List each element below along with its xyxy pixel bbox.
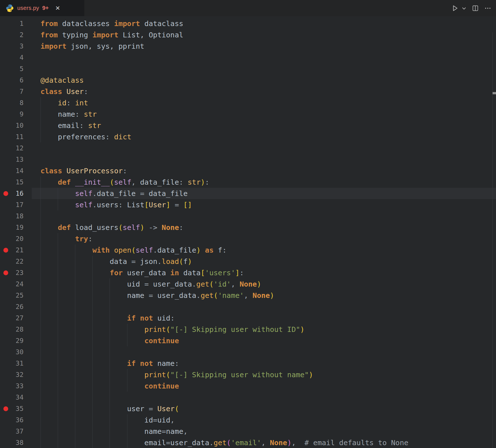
code-line[interactable]: with open(self.data_file) as f: xyxy=(40,244,496,256)
gutter[interactable]: 11 xyxy=(0,131,40,142)
code-line[interactable]: data = json.load(f) xyxy=(40,256,496,267)
code-line[interactable] xyxy=(40,63,496,74)
gutter[interactable]: 31 xyxy=(0,358,40,369)
tab-close-icon[interactable]: ✕ xyxy=(55,5,60,11)
gutter[interactable]: 35 xyxy=(0,403,40,414)
tab-users-py[interactable]: users.py 9+ ✕ xyxy=(0,0,84,16)
gutter[interactable]: 14 xyxy=(0,165,40,176)
gutter[interactable]: 9 xyxy=(0,108,40,120)
code-line[interactable] xyxy=(40,142,496,154)
gutter[interactable]: 27 xyxy=(0,312,40,324)
code-line[interactable]: from dataclasses import dataclass xyxy=(40,18,496,29)
token-op: : xyxy=(123,167,127,175)
gutter[interactable]: 3 xyxy=(0,40,40,52)
line-number: 26 xyxy=(16,301,23,312)
code-line[interactable]: class UserProcessor: xyxy=(40,165,496,176)
gutter[interactable]: 12 xyxy=(0,142,40,154)
code-line[interactable]: self.data_file = data_file xyxy=(40,188,496,199)
code-line[interactable]: uid = user_data.get('id', None) xyxy=(40,278,496,290)
code-line[interactable]: continue xyxy=(40,335,496,346)
gutter[interactable]: 18 xyxy=(0,210,40,222)
code-line[interactable]: self.users: List[User] = [] xyxy=(40,199,496,210)
breakpoint-dot[interactable] xyxy=(3,248,8,253)
code-line[interactable]: import json, sys, pprint xyxy=(40,40,496,52)
gutter[interactable]: 36 xyxy=(0,414,40,426)
code-line[interactable] xyxy=(40,52,496,63)
code-line[interactable] xyxy=(40,154,496,165)
gutter[interactable]: 13 xyxy=(0,154,40,165)
indent-guide xyxy=(127,437,127,448)
gutter[interactable]: 26 xyxy=(0,301,40,312)
breakpoint-dot[interactable] xyxy=(3,270,8,275)
scrollbar-overview-ruler[interactable] xyxy=(492,32,496,448)
gutter[interactable]: 22 xyxy=(0,256,40,267)
gutter[interactable]: 8 xyxy=(0,97,40,108)
line-number: 12 xyxy=(16,142,23,154)
code-line[interactable]: class User: xyxy=(40,86,496,97)
gutter[interactable]: 19 xyxy=(0,222,40,233)
code-line[interactable]: print("[-] Skipping user without name") xyxy=(40,369,496,380)
code-line[interactable]: preferences: dict xyxy=(40,131,496,142)
gutter[interactable]: 7 xyxy=(0,86,40,97)
gutter[interactable]: 29 xyxy=(0,335,40,346)
code-line[interactable]: continue xyxy=(40,380,496,392)
token-op: = xyxy=(153,416,157,424)
token-pln xyxy=(136,359,140,368)
gutter[interactable]: 1 xyxy=(0,18,40,29)
gutter[interactable]: 34 xyxy=(0,392,40,403)
gutter[interactable]: 21 xyxy=(0,244,40,256)
split-editor-button[interactable] xyxy=(472,5,479,12)
gutter[interactable]: 17 xyxy=(0,199,40,210)
code-line[interactable]: print("[-] Skipping user without ID") xyxy=(40,324,496,335)
gutter[interactable]: 6 xyxy=(0,74,40,86)
gutter[interactable]: 4 xyxy=(0,52,40,63)
run-dropdown-button[interactable] xyxy=(461,6,467,11)
gutter[interactable]: 2 xyxy=(0,29,40,40)
code-line[interactable]: id=uid, xyxy=(40,414,496,426)
gutter[interactable]: 38 xyxy=(0,437,40,448)
code-line[interactable]: email=user_data.get('email', None), # em… xyxy=(40,437,496,448)
breakpoint-dot[interactable] xyxy=(3,406,8,411)
code-line[interactable]: name: str xyxy=(40,108,496,120)
line-number: 14 xyxy=(16,165,23,176)
code-line[interactable]: def load_users(self) -> None: xyxy=(40,222,496,233)
line-number: 16 xyxy=(16,188,23,199)
gutter[interactable]: 30 xyxy=(0,346,40,358)
code-line[interactable]: if not uid: xyxy=(40,312,496,324)
breakpoint-dot[interactable] xyxy=(3,191,8,196)
run-file-button[interactable] xyxy=(451,5,459,12)
gutter[interactable]: 37 xyxy=(0,426,40,437)
code-line[interactable]: if not name: xyxy=(40,358,496,369)
gutter[interactable]: 33 xyxy=(0,380,40,392)
indent-guide xyxy=(40,199,41,210)
gutter[interactable]: 5 xyxy=(0,63,40,74)
code-line[interactable]: from typing import List, Optional xyxy=(40,29,496,40)
gutter[interactable]: 25 xyxy=(0,290,40,301)
gutter[interactable]: 24 xyxy=(0,278,40,290)
indent-guide xyxy=(92,426,93,437)
more-actions-button[interactable] xyxy=(484,5,491,12)
gutter[interactable]: 16 xyxy=(0,188,40,199)
gutter[interactable]: 32 xyxy=(0,369,40,380)
code-line[interactable]: user = User( xyxy=(40,403,496,414)
code-line[interactable]: def __init__(self, data_file: str): xyxy=(40,176,496,188)
gutter[interactable]: 15 xyxy=(0,176,40,188)
code-line[interactable]: for user_data in data['users']: xyxy=(40,267,496,278)
gutter[interactable]: 23 xyxy=(0,267,40,278)
code-line[interactable]: name=name, xyxy=(40,426,496,437)
code-line[interactable]: name = user_data.get('name', None) xyxy=(40,290,496,301)
code-line[interactable] xyxy=(40,301,496,312)
gutter[interactable]: 10 xyxy=(0,120,40,131)
gutter[interactable]: 28 xyxy=(0,324,40,335)
code-line[interactable] xyxy=(40,392,496,403)
code-line[interactable]: id: int xyxy=(40,97,496,108)
code-line[interactable]: @dataclass xyxy=(40,74,496,86)
token-pln xyxy=(62,87,66,96)
token-str: 'id' xyxy=(214,280,231,288)
code-editor[interactable]: 1from dataclasses import dataclass2from … xyxy=(0,16,496,448)
code-line[interactable]: try: xyxy=(40,233,496,244)
code-line[interactable] xyxy=(40,210,496,222)
gutter[interactable]: 20 xyxy=(0,233,40,244)
code-line[interactable]: email: str xyxy=(40,120,496,131)
code-line[interactable] xyxy=(40,346,496,358)
